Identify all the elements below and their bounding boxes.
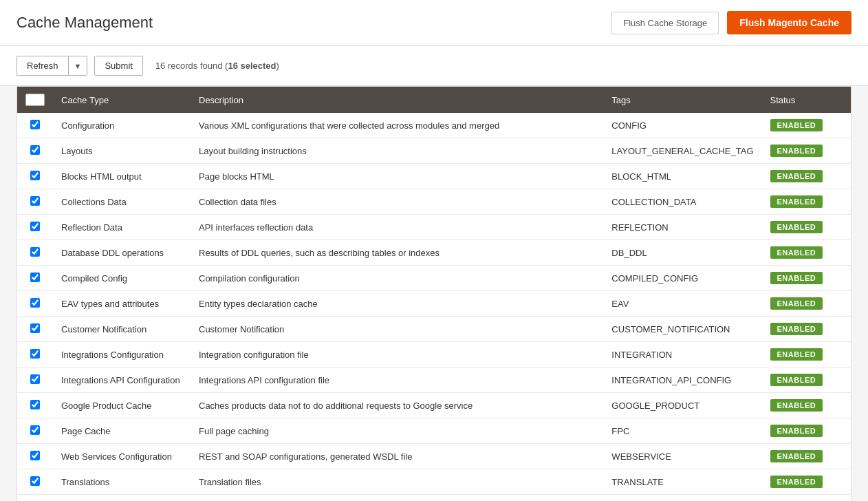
- status-badge: ENABLED: [770, 145, 823, 157]
- row-checkbox[interactable]: [30, 247, 40, 257]
- row-checkbox-cell: [17, 164, 54, 189]
- row-checkbox-cell: [17, 138, 54, 164]
- description-header: Description: [191, 87, 603, 114]
- status-badge: ENABLED: [770, 195, 823, 208]
- cache-type-cell: Blocks HTML output: [53, 164, 191, 189]
- cache-type-cell: Integrations Configuration: [53, 342, 191, 367]
- cache-table: ✓ Cache Type Description Tags Status Con…: [17, 86, 851, 501]
- status-badge: ENABLED: [770, 297, 823, 310]
- row-checkbox[interactable]: [30, 451, 40, 460]
- row-checkbox[interactable]: [30, 273, 40, 282]
- page-header: Cache Management Flush Cache Storage Flu…: [0, 0, 868, 46]
- status-cell: ENABLED: [762, 215, 851, 240]
- table-row: Integrations Configuration Integration c…: [17, 342, 851, 367]
- tags-cell: REFLECTION: [603, 215, 761, 240]
- row-checkbox[interactable]: [30, 349, 40, 359]
- table-row: Customer Notification Customer Notificat…: [17, 317, 851, 342]
- row-checkbox[interactable]: [30, 222, 40, 231]
- status-badge: ENABLED: [770, 374, 823, 386]
- description-cell: Translation files: [191, 469, 603, 495]
- cache-type-cell: Google Product Cache: [53, 393, 191, 418]
- tags-cell: WEBSERVICE: [603, 444, 761, 469]
- tags-cell: GOOGLE_PRODUCT: [603, 393, 761, 418]
- select-all-icon[interactable]: ✓: [25, 94, 45, 106]
- status-badge: ENABLED: [770, 323, 823, 335]
- description-cell: REST and SOAP configurations, generated …: [191, 444, 603, 469]
- table-row: Translations Translation files TRANSLATE…: [17, 469, 851, 495]
- tags-cell: CUSTOMER_NOTIFICATION: [603, 317, 761, 342]
- cache-type-cell: Database DDL operations: [53, 240, 191, 266]
- description-cell: Integrations API configuration file: [191, 367, 603, 393]
- row-checkbox[interactable]: [30, 145, 40, 155]
- description-cell: Results of DDL queries, such as describi…: [191, 240, 603, 266]
- row-checkbox[interactable]: [30, 476, 40, 486]
- tags-cell: COLLECTION_DATA: [603, 189, 761, 215]
- status-cell: ENABLED: [762, 367, 851, 393]
- status-cell: ENABLED: [762, 138, 851, 164]
- tags-cell: DB_DDL: [603, 240, 761, 266]
- tags-cell: CONFIG: [603, 113, 761, 138]
- refresh-dropdown-button[interactable]: ▼: [68, 56, 88, 76]
- row-checkbox[interactable]: [30, 425, 40, 435]
- row-checkbox[interactable]: [30, 171, 40, 180]
- status-header: Status: [762, 87, 851, 114]
- cache-type-cell: Vertex: [53, 495, 191, 502]
- status-badge: ENABLED: [770, 450, 823, 462]
- toolbar: Refresh ▼ Submit 16 records found (16 se…: [0, 46, 868, 86]
- status-cell: ENABLED: [762, 444, 851, 469]
- tags-cell: EAV: [603, 291, 761, 317]
- refresh-btn-group: Refresh ▼: [17, 56, 87, 76]
- cache-type-cell: Compiled Config: [53, 266, 191, 291]
- table-row: Collections Data Collection data files C…: [17, 189, 851, 215]
- table-row: EAV types and attributes Entity types de…: [17, 291, 851, 317]
- description-cell: Page blocks HTML: [191, 164, 603, 189]
- status-badge: ENABLED: [770, 399, 823, 412]
- row-checkbox-cell: [17, 444, 54, 469]
- row-checkbox[interactable]: [30, 374, 40, 384]
- cache-type-cell: Translations: [53, 469, 191, 495]
- table-header-row: ✓ Cache Type Description Tags Status: [17, 87, 851, 114]
- row-checkbox[interactable]: [30, 400, 40, 409]
- table-row: Web Services Configuration REST and SOAP…: [17, 444, 851, 469]
- status-badge: ENABLED: [770, 170, 823, 182]
- flush-magento-cache-button[interactable]: Flush Magento Cache: [727, 11, 851, 34]
- flush-cache-storage-button[interactable]: Flush Cache Storage: [611, 12, 719, 34]
- row-checkbox-cell: [17, 342, 54, 367]
- submit-button[interactable]: Submit: [94, 56, 142, 76]
- cache-type-cell: Web Services Configuration: [53, 444, 191, 469]
- row-checkbox-cell: [17, 418, 54, 444]
- status-badge: ENABLED: [770, 272, 823, 284]
- row-checkbox-cell: [17, 367, 54, 393]
- cache-type-cell: Configuration: [53, 113, 191, 138]
- status-cell: ENABLED: [762, 495, 851, 502]
- table-row: Blocks HTML output Page blocks HTML BLOC…: [17, 164, 851, 189]
- table-row: Layouts Layout building instructions LAY…: [17, 138, 851, 164]
- row-checkbox-cell: [17, 215, 54, 240]
- cache-type-cell: Reflection Data: [53, 215, 191, 240]
- cache-type-cell: EAV types and attributes: [53, 291, 191, 317]
- status-badge: ENABLED: [770, 476, 823, 488]
- status-cell: ENABLED: [762, 418, 851, 444]
- row-checkbox[interactable]: [30, 120, 40, 129]
- status-cell: ENABLED: [762, 113, 851, 138]
- table-row: Page Cache Full page caching FPC ENABLED: [17, 418, 851, 444]
- row-checkbox[interactable]: [30, 298, 40, 308]
- status-badge: ENABLED: [770, 425, 823, 437]
- row-checkbox-cell: [17, 240, 54, 266]
- select-all-wrapper: ✓: [25, 94, 45, 106]
- tags-header: Tags: [603, 87, 761, 114]
- row-checkbox-cell: [17, 113, 54, 138]
- row-checkbox[interactable]: [30, 196, 40, 206]
- row-checkbox-cell: [17, 317, 54, 342]
- table-row: Vertex Vertex tax calculation data VERTE…: [17, 495, 851, 502]
- description-cell: Collection data files: [191, 189, 603, 215]
- status-cell: ENABLED: [762, 240, 851, 266]
- row-checkbox-cell: [17, 495, 54, 502]
- tags-cell: INTEGRATION_API_CONFIG: [603, 367, 761, 393]
- row-checkbox[interactable]: [30, 323, 40, 333]
- refresh-button[interactable]: Refresh: [17, 56, 68, 76]
- description-cell: API interfaces reflection data: [191, 215, 603, 240]
- table-row: Reflection Data API interfaces reflectio…: [17, 215, 851, 240]
- row-checkbox-cell: [17, 291, 54, 317]
- description-cell: Entity types declaration cache: [191, 291, 603, 317]
